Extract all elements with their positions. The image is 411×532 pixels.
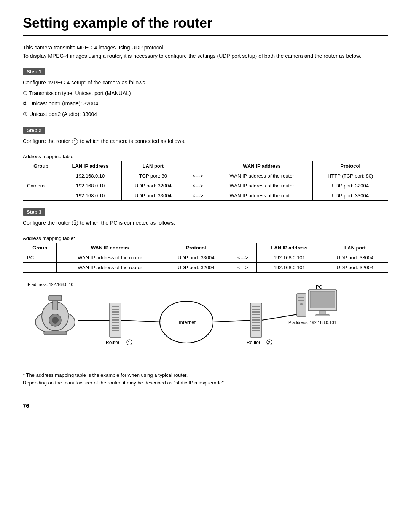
svg-rect-31 [252,314,260,315]
col-protocol: Protocol [163,243,229,253]
table-row: 192.168.0.10 UDP port: 33004 <---> WAN I… [23,191,388,200]
svg-text:2: 2 [268,341,270,345]
svg-rect-29 [252,309,260,310]
step2-section: Step 2 Configure the router 1 to which t… [23,127,388,201]
col-group: Group [23,243,57,253]
svg-rect-15 [112,319,119,321]
pc-icon [297,290,337,316]
svg-rect-49 [298,300,304,301]
intro-text: This camera transmits MPEG-4 images usin… [23,43,388,60]
table-row: Camera 192.168.0.10 UDP port: 32004 <---… [23,181,388,191]
col-group: Group [23,161,59,171]
svg-text:IP address: 192.168.0.101: IP address: 192.168.0.101 [287,320,336,325]
step3-table-label: Address mapping table* [23,235,388,241]
svg-rect-44 [310,291,335,308]
col-wan-ip: WAN IP address [57,243,163,253]
page-number: 76 [23,402,388,409]
router1-icon [110,303,121,337]
step1-content: Configure "MPEG-4 setup" of the camera a… [23,78,388,119]
step3-label: Step 3 [23,208,45,216]
svg-text:1: 1 [128,341,130,345]
svg-point-50 [300,303,303,305]
svg-text:PC: PC [316,284,322,290]
camera-icon [35,295,75,335]
col-lan-ip: LAN IP address [59,161,121,171]
svg-text:Internet: Internet [179,319,196,325]
step2-table-label: Address mapping table [23,154,388,159]
svg-rect-12 [112,311,119,313]
svg-rect-34 [252,322,260,323]
col-lan-port: LAN port [122,161,185,171]
svg-line-41 [262,314,297,320]
svg-rect-37 [252,330,260,331]
svg-rect-28 [252,306,260,307]
svg-line-23 [121,320,162,322]
table-row: WAN IP address of the router UDP port: 3… [23,262,388,272]
svg-rect-17 [112,325,119,326]
step2-table: Group LAN IP address LAN port WAN IP add… [23,161,388,201]
svg-line-26 [213,320,251,322]
svg-text:IP address: 192.168.0.10: IP address: 192.168.0.10 [27,282,73,287]
svg-rect-16 [112,322,119,323]
step2-label: Step 2 [23,127,45,134]
svg-rect-10 [112,306,119,307]
router2-icon [250,303,262,337]
svg-rect-14 [112,317,119,318]
col-wan-ip: WAN IP address [211,161,313,171]
svg-rect-32 [252,317,260,318]
col-arrow-h [185,161,211,171]
svg-text:Router: Router [106,340,119,345]
svg-rect-7 [49,295,62,301]
step1-label: Step 1 [23,68,45,75]
col-arrow-h [229,243,256,253]
col-lan-port: LAN port [322,243,388,253]
step3-content: Configure the router 2 to which the PC i… [23,219,388,228]
page-title: Setting example of the router [23,15,388,36]
svg-point-4 [52,317,59,324]
svg-rect-35 [252,325,260,326]
col-lan-ip: LAN IP address [256,243,322,253]
table-row: 192.168.0.10 TCP port: 80 <---> WAN IP a… [23,171,388,181]
svg-rect-33 [252,319,260,321]
svg-rect-11 [112,309,119,310]
step1-section: Step 1 Configure "MPEG-4 setup" of the c… [23,68,388,119]
step3-section: Step 3 Configure the router 2 to which t… [23,208,388,273]
step3-table: Group WAN IP address Protocol LAN IP add… [23,243,388,273]
svg-rect-18 [112,327,119,329]
svg-rect-13 [112,314,119,315]
svg-rect-46 [316,314,329,316]
table-row: PC WAN IP address of the router UDP port… [23,253,388,262]
col-protocol: Protocol [313,161,388,171]
svg-text:Router: Router [247,340,260,345]
network-diagram: IP address: 192.168.0.10 [23,280,388,364]
svg-rect-48 [298,297,304,298]
svg-rect-45 [320,311,325,314]
svg-rect-19 [112,330,119,331]
footnote: * The address mapping table is the examp… [23,372,388,387]
svg-rect-30 [252,311,260,313]
step2-content: Configure the router 1 to which the came… [23,137,388,146]
svg-rect-36 [252,327,260,329]
svg-rect-5 [44,332,67,335]
